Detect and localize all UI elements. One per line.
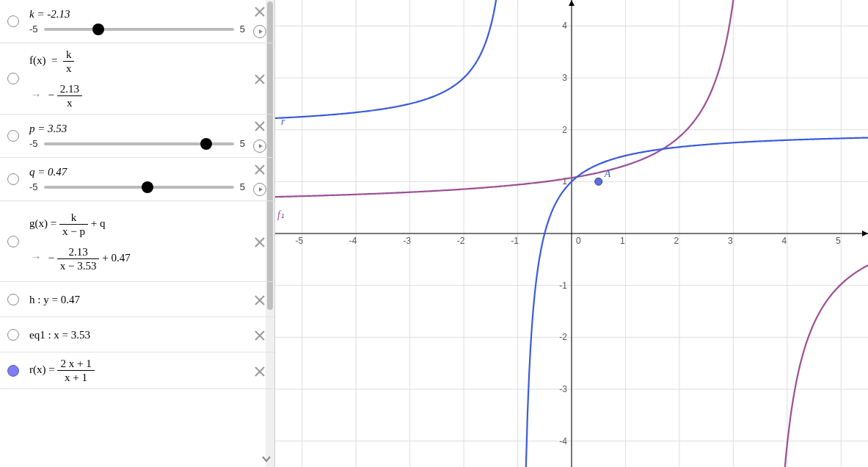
algebra-panel: k = -2.13 -5 5 f(x) = kx → − 2.13x [0, 0, 275, 467]
formula-r-definition: r(x) = 2 x + 1x + 1 [29, 357, 245, 384]
formula-f-definition: f(x) = kx [29, 48, 245, 75]
slider-label-k: k = -2.13 [29, 8, 245, 21]
row-slider-k: k = -2.13 -5 5 [0, 0, 274, 43]
visibility-toggle-f[interactable] [3, 73, 23, 84]
svg-text:-1: -1 [511, 236, 519, 246]
close-icon[interactable] [254, 330, 266, 341]
svg-text:f₁: f₁ [277, 209, 285, 220]
svg-text:3: 3 [562, 73, 567, 83]
svg-text:-2: -2 [457, 236, 465, 246]
svg-text:4: 4 [781, 236, 787, 246]
graph-view[interactable]: -5-4-3-2-1012345-4-3-2-11234Arf₁ [275, 0, 868, 467]
play-icon[interactable] [253, 140, 266, 153]
play-icon[interactable] [253, 25, 266, 38]
svg-text:2: 2 [674, 236, 679, 246]
svg-text:-4: -4 [349, 236, 357, 246]
svg-text:-4: -4 [559, 436, 567, 446]
svg-text:-3: -3 [559, 384, 567, 394]
svg-text:-2: -2 [559, 332, 567, 342]
close-icon[interactable] [254, 236, 266, 248]
visibility-toggle-k[interactable] [3, 15, 23, 27]
visibility-toggle-h[interactable] [3, 294, 23, 305]
svg-marker-38 [862, 231, 868, 236]
formula-h: h : y = 0.47 [29, 293, 245, 306]
visibility-toggle-q[interactable] [3, 173, 23, 185]
close-icon[interactable] [254, 164, 266, 175]
slider-q[interactable] [44, 186, 234, 189]
svg-text:5: 5 [836, 236, 841, 246]
visibility-toggle-g[interactable] [3, 236, 23, 247]
slider-min: -5 [29, 23, 38, 35]
row-formula-g: g(x) = kx − p + q → − 2.13x − 3.53 + 0.4… [0, 201, 274, 282]
svg-text:3: 3 [728, 236, 733, 246]
formula-eq1: eq1 : x = 3.53 [29, 328, 245, 341]
close-icon[interactable] [254, 73, 266, 85]
close-icon[interactable] [254, 6, 266, 18]
svg-text:4: 4 [562, 21, 567, 31]
svg-text:2: 2 [562, 125, 567, 135]
visibility-toggle-eq1[interactable] [3, 329, 23, 341]
slider-label-q: q = 0.47 [29, 166, 245, 178]
slider-max: 5 [240, 23, 245, 35]
visibility-toggle-p[interactable] [3, 130, 23, 142]
slider-p[interactable] [44, 142, 234, 145]
slider-max: 5 [240, 138, 245, 149]
slider-k[interactable] [44, 28, 234, 31]
slider-min: -5 [29, 181, 38, 192]
svg-text:A: A [604, 168, 611, 179]
close-icon[interactable] [254, 120, 266, 132]
svg-text:-5: -5 [295, 236, 303, 246]
slider-label-p: p = 3.53 [29, 123, 245, 135]
svg-marker-39 [569, 0, 575, 6]
visibility-toggle-r[interactable] [3, 365, 23, 377]
svg-text:0: 0 [576, 236, 581, 246]
svg-text:-1: -1 [559, 280, 567, 291]
row-eq1: eq1 : x = 3.53 [0, 317, 274, 352]
row-slider-q: q = 0.47 -5 5 [0, 158, 274, 201]
svg-text:r: r [281, 116, 285, 127]
svg-text:-3: -3 [403, 236, 411, 246]
graph-canvas: -5-4-3-2-1012345-4-3-2-11234Arf₁ [275, 0, 868, 467]
slider-max: 5 [240, 181, 245, 192]
close-icon[interactable] [254, 294, 266, 306]
row-formula-f: f(x) = kx → − 2.13x [0, 43, 274, 115]
close-icon[interactable] [254, 366, 266, 377]
svg-point-59 [595, 178, 602, 185]
row-h: h : y = 0.47 [0, 282, 274, 317]
row-slider-p: p = 3.53 -5 5 [0, 115, 274, 158]
formula-f-expanded: → − 2.13x [29, 82, 245, 109]
formula-g-expanded: → − 2.13x − 3.53 + 0.47 [29, 245, 245, 272]
slider-min: -5 [29, 138, 38, 149]
row-formula-r: r(x) = 2 x + 1x + 1 [0, 352, 274, 389]
svg-text:1: 1 [620, 236, 625, 246]
formula-g-definition: g(x) = kx − p + q [29, 211, 245, 238]
chevron-down-icon[interactable] [261, 454, 271, 464]
play-icon[interactable] [253, 183, 266, 196]
